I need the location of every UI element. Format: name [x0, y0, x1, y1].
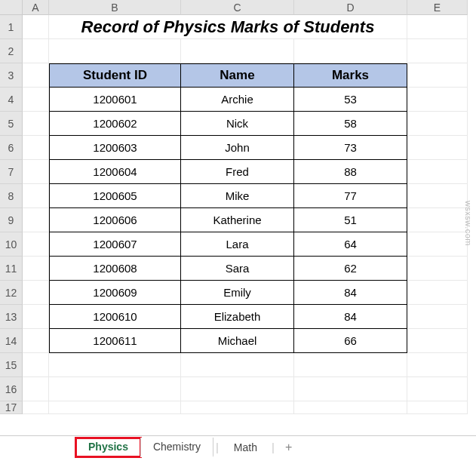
cell-D2[interactable]: [294, 39, 407, 63]
row-header-2[interactable]: 2: [0, 39, 23, 63]
table-row[interactable]: 1200610: [49, 305, 181, 329]
cell-A13[interactable]: [23, 305, 49, 329]
col-header-E[interactable]: E: [407, 0, 468, 15]
table-row[interactable]: 88: [294, 160, 407, 184]
table-row[interactable]: 1200606: [49, 208, 181, 232]
cell-A2[interactable]: [23, 39, 49, 63]
row-header-12[interactable]: 12: [0, 281, 23, 305]
cell-B16[interactable]: [49, 377, 181, 401]
cell-A8[interactable]: [23, 184, 49, 208]
row-header-11[interactable]: 11: [0, 257, 23, 281]
cell-D15[interactable]: [294, 353, 407, 377]
cell-D16[interactable]: [294, 377, 407, 401]
table-row[interactable]: 1200607: [49, 232, 181, 257]
table-row[interactable]: Archie: [181, 88, 294, 112]
table-row[interactable]: 73: [294, 136, 407, 160]
cell-E8[interactable]: [407, 184, 468, 208]
table-row[interactable]: Nick: [181, 112, 294, 136]
cell-C15[interactable]: [181, 353, 294, 377]
row-header-9[interactable]: 9: [0, 208, 23, 232]
col-header-C[interactable]: C: [181, 0, 294, 15]
page-title[interactable]: Record of Physics Marks of Students: [49, 15, 407, 39]
table-row[interactable]: 1200608: [49, 257, 181, 281]
table-row[interactable]: 84: [294, 305, 407, 329]
row-header-16[interactable]: 16: [0, 377, 23, 401]
table-row[interactable]: 1200604: [49, 160, 181, 184]
cell-A3[interactable]: [23, 63, 49, 88]
cell-A16[interactable]: [23, 377, 49, 401]
table-row[interactable]: Fred: [181, 160, 294, 184]
cell-A5[interactable]: [23, 112, 49, 136]
table-row[interactable]: Michael: [181, 329, 294, 353]
table-row[interactable]: John: [181, 136, 294, 160]
cell-A12[interactable]: [23, 281, 49, 305]
cell-B15[interactable]: [49, 353, 181, 377]
row-header-15[interactable]: 15: [0, 353, 23, 377]
row-header-7[interactable]: 7: [0, 160, 23, 184]
table-row[interactable]: Sara: [181, 257, 294, 281]
cell-E12[interactable]: [407, 281, 468, 305]
select-all-corner[interactable]: [0, 0, 23, 15]
table-row[interactable]: 1200611: [49, 329, 181, 353]
row-header-8[interactable]: 8: [0, 184, 23, 208]
row-header-6[interactable]: 6: [0, 136, 23, 160]
table-row[interactable]: 53: [294, 88, 407, 112]
table-header-marks[interactable]: Marks: [294, 63, 407, 88]
cell-E6[interactable]: [407, 136, 468, 160]
table-row[interactable]: 64: [294, 232, 407, 257]
cell-A7[interactable]: [23, 160, 49, 184]
tab-math[interactable]: Math: [222, 438, 269, 456]
row-header-14[interactable]: 14: [0, 329, 23, 353]
table-row[interactable]: 58: [294, 112, 407, 136]
table-row[interactable]: 62: [294, 257, 407, 281]
cell-A11[interactable]: [23, 257, 49, 281]
col-header-D[interactable]: D: [294, 0, 407, 15]
cell-A10[interactable]: [23, 232, 49, 257]
cell-E2[interactable]: [407, 39, 468, 63]
table-header-id[interactable]: Student ID: [49, 63, 181, 88]
table-row[interactable]: Elizabeth: [181, 305, 294, 329]
table-row[interactable]: Katherine: [181, 208, 294, 232]
row-header-5[interactable]: 5: [0, 112, 23, 136]
table-row[interactable]: 1200605: [49, 184, 181, 208]
cell-A1[interactable]: [23, 15, 49, 39]
cell-E3[interactable]: [407, 63, 468, 88]
cell-E16[interactable]: [407, 377, 468, 401]
cell-C2[interactable]: [181, 39, 294, 63]
cell-E4[interactable]: [407, 88, 468, 112]
cell-E14[interactable]: [407, 329, 468, 353]
cell-E13[interactable]: [407, 305, 468, 329]
row-header-3[interactable]: 3: [0, 63, 23, 88]
table-row[interactable]: 1200601: [49, 88, 181, 112]
col-header-B[interactable]: B: [49, 0, 181, 15]
row-header-1[interactable]: 1: [0, 15, 23, 39]
cell-C17[interactable]: [181, 401, 294, 414]
cell-E10[interactable]: [407, 232, 468, 257]
table-row[interactable]: Emily: [181, 281, 294, 305]
cell-E15[interactable]: [407, 353, 468, 377]
table-row[interactable]: 77: [294, 184, 407, 208]
row-header-10[interactable]: 10: [0, 232, 23, 257]
cell-B2[interactable]: [49, 39, 181, 63]
cell-E1[interactable]: [407, 15, 468, 39]
table-row[interactable]: Mike: [181, 184, 294, 208]
table-row[interactable]: 1200603: [49, 136, 181, 160]
cell-B17[interactable]: [49, 401, 181, 414]
add-sheet-button[interactable]: +: [278, 438, 299, 457]
table-row[interactable]: 1200602: [49, 112, 181, 136]
row-header-4[interactable]: 4: [0, 88, 23, 112]
table-header-name[interactable]: Name: [181, 63, 294, 88]
tab-physics[interactable]: Physics: [75, 438, 141, 457]
cell-A17[interactable]: [23, 401, 49, 414]
cell-A15[interactable]: [23, 353, 49, 377]
table-row[interactable]: 66: [294, 329, 407, 353]
cell-E7[interactable]: [407, 160, 468, 184]
cell-A9[interactable]: [23, 208, 49, 232]
table-row[interactable]: Lara: [181, 232, 294, 257]
cell-C16[interactable]: [181, 377, 294, 401]
row-header-13[interactable]: 13: [0, 305, 23, 329]
col-header-A[interactable]: A: [23, 0, 49, 15]
row-header-17[interactable]: 17: [0, 401, 23, 414]
cell-E9[interactable]: [407, 208, 468, 232]
cell-A14[interactable]: [23, 329, 49, 353]
